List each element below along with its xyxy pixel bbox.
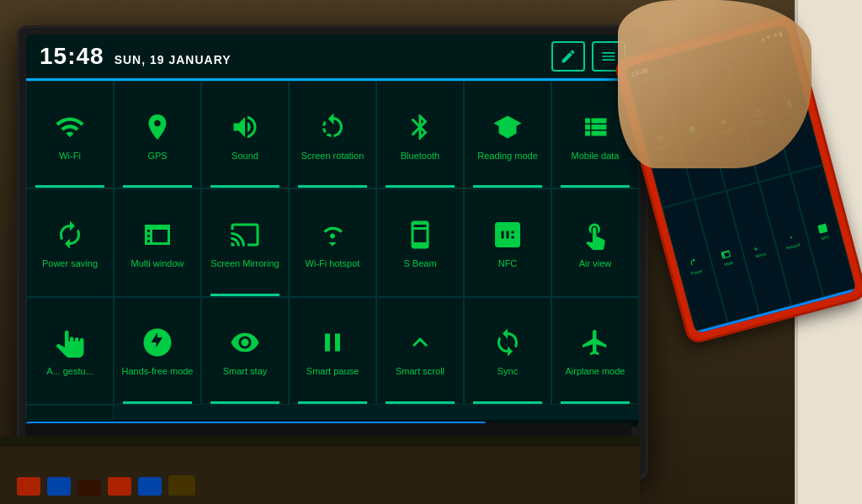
shelf-item-1 [17, 477, 40, 496]
sound-label: Sound [231, 151, 258, 162]
shelf-top-edge [0, 437, 640, 447]
air-view-label: Air view [579, 258, 612, 269]
sync-icon [489, 324, 526, 361]
hand-top [618, 0, 811, 168]
screen-rotation-label: Screen rotation [301, 151, 364, 162]
pencil-icon [560, 48, 577, 65]
screen-mirroring-icon [226, 216, 263, 253]
air-gesture-label: A... gestu... [46, 366, 93, 377]
power-saving-icon [51, 216, 88, 253]
sync-label: Sync [498, 366, 518, 377]
reading-mode-label: Reading mode [477, 151, 538, 162]
smart-scroll-label: Smart scroll [396, 366, 444, 377]
grid-item-multi-window[interactable]: Multi window [114, 188, 201, 296]
bluetooth-icon [402, 109, 439, 146]
shelf-item-6 [168, 475, 195, 496]
grid-item-wifi-hotspot[interactable]: Wi-Fi hotspot [289, 188, 376, 296]
hands-free-icon [139, 324, 176, 361]
screen-content: 15:48 SUN, 19 JANUARY [26, 34, 639, 427]
shelf-item-3 [77, 480, 101, 496]
grid-item-smart-stay[interactable]: Smart stay [201, 297, 289, 405]
airplane-label: Airplane mode [566, 366, 625, 377]
grid-item-gps[interactable]: GPS [114, 81, 201, 188]
shelf-decorations [17, 475, 195, 496]
sound-icon [226, 109, 263, 146]
s-beam-icon [402, 216, 439, 253]
quick-settings-grid: Wi-Fi GPS Sound [26, 81, 639, 420]
nfc-label: NFC [498, 258, 518, 269]
grid-item-sync[interactable]: Sync [464, 297, 551, 405]
grid-item-sound[interactable]: Sound [201, 81, 289, 188]
grid-item-s-beam[interactable]: S Beam [376, 188, 464, 296]
multi-window-label: Multi window [131, 258, 184, 269]
reading-icon [489, 109, 526, 146]
nfc-icon [489, 216, 526, 253]
airplane-icon [577, 324, 614, 361]
tv-screen: 15:48 SUN, 19 JANUARY [26, 34, 639, 427]
wifi-hotspot-icon [314, 216, 351, 253]
shelf-item-2 [47, 477, 71, 496]
clock-time: 15:48 [40, 43, 104, 70]
grid-item-smart-pause[interactable]: Smart pause [289, 297, 376, 405]
time-date-area: 15:48 SUN, 19 JANUARY [40, 43, 231, 70]
rotation-icon [314, 109, 351, 146]
tv-body: 15:48 SUN, 19 JANUARY [17, 25, 648, 480]
grid-item-wifi[interactable]: Wi-Fi [26, 81, 114, 188]
smart-scroll-icon [402, 324, 439, 361]
multi-window-icon [139, 216, 176, 253]
gps-icon [139, 109, 176, 146]
grid-item-power-saving[interactable]: Power saving [26, 188, 114, 296]
grid-item-air-gesture[interactable]: A... gestu... [26, 297, 114, 405]
screen-mirroring-label: Screen Mirroring [210, 258, 279, 269]
grid-item-screen-rotation[interactable]: Screen rotation [289, 81, 376, 188]
bluetooth-label: Bluetooth [401, 151, 439, 162]
hands-free-label: Hands-free mode [122, 366, 194, 377]
power-saving-label: Power saving [42, 258, 98, 269]
grid-item-nfc[interactable]: NFC [464, 188, 551, 296]
grid-item-bluetooth[interactable]: Bluetooth [376, 81, 464, 188]
air-gesture-icon [51, 324, 88, 361]
grid-item-screen-mirroring[interactable]: Screen Mirroring [201, 188, 289, 296]
smart-stay-icon [226, 324, 263, 361]
s-beam-label: S Beam [403, 258, 436, 269]
grid-item-reading-mode[interactable]: Reading mode [464, 81, 551, 188]
shelf-item-5 [138, 477, 162, 496]
grid-item-airplane[interactable]: Airplane mode [551, 297, 639, 405]
wifi-hotspot-label: Wi-Fi hotspot [306, 258, 360, 269]
wifi-label: Wi-Fi [59, 151, 81, 162]
wifi-icon [51, 109, 88, 146]
gps-label: GPS [147, 151, 167, 162]
smart-pause-label: Smart pause [306, 366, 359, 377]
status-bar: 15:48 SUN, 19 JANUARY [26, 34, 639, 78]
edit-button[interactable] [551, 41, 585, 72]
clock-date: SUN, 19 JANUARY [114, 53, 231, 66]
grid-item-smart-scroll[interactable]: Smart scroll [376, 297, 464, 405]
grid-item-hands-free[interactable]: Hands-free mode [114, 297, 201, 405]
shelf-item-4 [108, 477, 131, 496]
smart-pause-icon [314, 324, 351, 361]
grid-item-empty [26, 405, 114, 420]
smart-stay-label: Smart stay [223, 366, 268, 377]
